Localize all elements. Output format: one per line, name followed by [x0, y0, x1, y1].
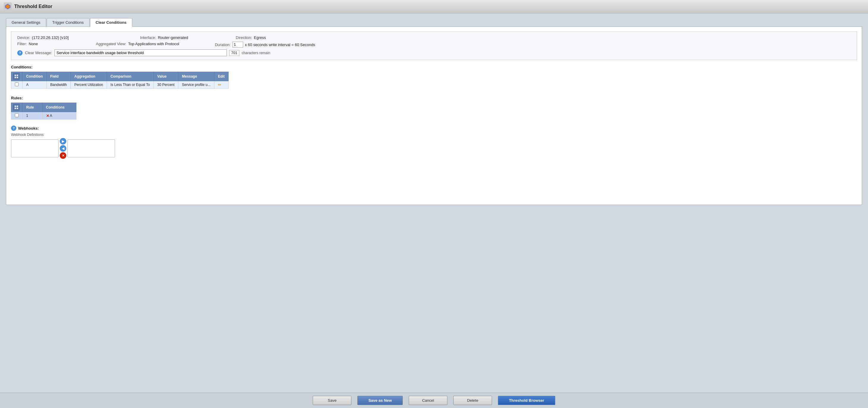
- move-left-button[interactable]: ◀: [60, 145, 66, 152]
- col-message: Message: [178, 72, 214, 81]
- info-duration: Duration: x 60 seconds write interval = …: [215, 41, 315, 48]
- rules-table-icon: [14, 105, 19, 110]
- svg-rect-11: [17, 108, 18, 109]
- webhooks-title: Webhooks:: [18, 126, 39, 130]
- rules-table-header-icon[interactable]: [13, 104, 20, 111]
- row-checkbox[interactable]: [15, 82, 19, 86]
- svg-rect-10: [14, 108, 16, 109]
- rules-table-row: 1 ✕ A: [11, 112, 76, 120]
- info-row-2: Filter: None Aggregated View: Top Applic…: [17, 41, 851, 48]
- app-icon: [4, 2, 12, 11]
- webhooks-label: ? Webhooks:: [11, 125, 857, 131]
- conditions-table-header-icon[interactable]: [13, 73, 20, 80]
- clear-message-help-icon[interactable]: ?: [17, 50, 23, 56]
- aggregated-value: Top Applications with Protocol: [128, 41, 179, 48]
- row-aggregation: Percent Utilization: [71, 81, 107, 89]
- webhooks-section: ? Webhooks: Webhook Definitions ▶ ◀ ✕: [11, 125, 857, 159]
- clear-message-label: Clear Message:: [25, 51, 52, 55]
- conditions-table-row: A Bandwidth Percent Utilization Is Less …: [11, 81, 228, 89]
- filter-label: Filter:: [17, 41, 27, 48]
- col-field: Field: [46, 72, 70, 81]
- row-edit: ✏: [214, 81, 228, 89]
- info-direction: Direction: Egress: [236, 35, 266, 40]
- device-value: (172.20.26.132) [v10]: [32, 35, 69, 40]
- svg-rect-6: [14, 77, 16, 78]
- webhook-dest-listbox[interactable]: [67, 140, 115, 157]
- info-aggregated: Aggregated View: Top Applications with P…: [96, 41, 179, 48]
- col-comparison: Comparison: [107, 72, 153, 81]
- info-box: Device: (172.20.26.132) [v10] Interface:…: [11, 31, 857, 60]
- svg-rect-4: [14, 75, 16, 76]
- rule-conditions: ✕ A: [42, 112, 76, 120]
- aggregated-label: Aggregated View:: [96, 41, 126, 48]
- svg-rect-9: [17, 106, 18, 107]
- clear-message-row: ? Clear Message: 701 characters remain: [17, 49, 851, 56]
- tab-trigger-conditions[interactable]: Trigger Conditions: [47, 18, 90, 27]
- svg-rect-5: [17, 75, 18, 76]
- tab-clear-conditions[interactable]: Clear Conditions: [90, 18, 132, 27]
- rule-condition-value: A: [50, 114, 52, 118]
- tab-bar: General Settings Trigger Conditions Clea…: [6, 18, 862, 27]
- interface-value: Router-generated: [158, 35, 188, 40]
- col-conditions: Conditions: [42, 103, 76, 112]
- title-bar: Threshold Editor: [0, 0, 868, 13]
- info-device: Device: (172.20.26.132) [v10]: [17, 35, 69, 40]
- row-field: Bandwidth: [46, 81, 70, 89]
- row-message: Service profile u...: [178, 81, 214, 89]
- rule-condition-badge: ✕ A: [46, 114, 52, 118]
- webhook-transfer-area: ▶ ◀ ✕: [11, 138, 857, 159]
- chars-remain-label: characters remain: [242, 51, 270, 55]
- chars-count: 701: [229, 50, 239, 56]
- col-rule: Rule: [23, 103, 42, 112]
- row-value: 30 Percent: [154, 81, 178, 89]
- edit-icon[interactable]: ✏: [218, 82, 221, 87]
- conditions-table: Condition Field Aggregation Comparison V…: [11, 72, 228, 89]
- duration-suffix: x 60 seconds write interval = 60 Seconds: [245, 42, 315, 47]
- svg-rect-7: [17, 77, 18, 78]
- filter-value: None: [29, 41, 38, 48]
- interface-label: Interface:: [140, 35, 156, 40]
- panel-clear-conditions: Device: (172.20.26.132) [v10] Interface:…: [6, 26, 862, 205]
- col-condition: Condition: [23, 72, 47, 81]
- webhooks-help-icon[interactable]: ?: [11, 125, 17, 131]
- col-aggregation: Aggregation: [71, 72, 107, 81]
- rules-section-label: Rules:: [11, 96, 857, 100]
- rule-number: 1: [23, 112, 42, 120]
- webhook-source-listbox[interactable]: [11, 140, 59, 157]
- direction-value: Egress: [254, 35, 266, 40]
- webhook-definitions-label: Webhook Definitions: [11, 133, 857, 137]
- table-icon: [14, 74, 19, 79]
- row-checkbox-cell: [11, 81, 23, 89]
- duration-label: Duration:: [215, 42, 231, 47]
- main-content: General Settings Trigger Conditions Clea…: [0, 13, 868, 210]
- tab-general-settings[interactable]: General Settings: [6, 18, 46, 27]
- transfer-buttons: ▶ ◀ ✕: [60, 138, 66, 159]
- info-filter: Filter: None: [17, 41, 38, 48]
- duration-input[interactable]: [232, 41, 243, 48]
- rules-table: Rule Conditions 1 ✕ A: [11, 103, 76, 120]
- direction-label: Direction:: [236, 35, 252, 40]
- svg-rect-8: [14, 106, 16, 107]
- rule-x-icon: ✕: [46, 114, 49, 118]
- col-edit: Edit: [214, 72, 228, 81]
- app-title: Threshold Editor: [14, 4, 52, 9]
- clear-message-input[interactable]: [54, 49, 227, 56]
- remove-button[interactable]: ✕: [60, 152, 66, 159]
- col-value: Value: [154, 72, 178, 81]
- move-right-button[interactable]: ▶: [60, 138, 66, 145]
- device-label: Device:: [17, 35, 30, 40]
- info-row-1: Device: (172.20.26.132) [v10] Interface:…: [17, 35, 851, 40]
- rule-checkbox[interactable]: [15, 113, 19, 117]
- rule-checkbox-cell: [11, 112, 23, 120]
- info-interface: Interface: Router-generated: [140, 35, 188, 40]
- row-condition: A: [23, 81, 47, 89]
- row-comparison: Is Less Than or Equal To: [107, 81, 153, 89]
- conditions-section-label: Conditions:: [11, 65, 857, 69]
